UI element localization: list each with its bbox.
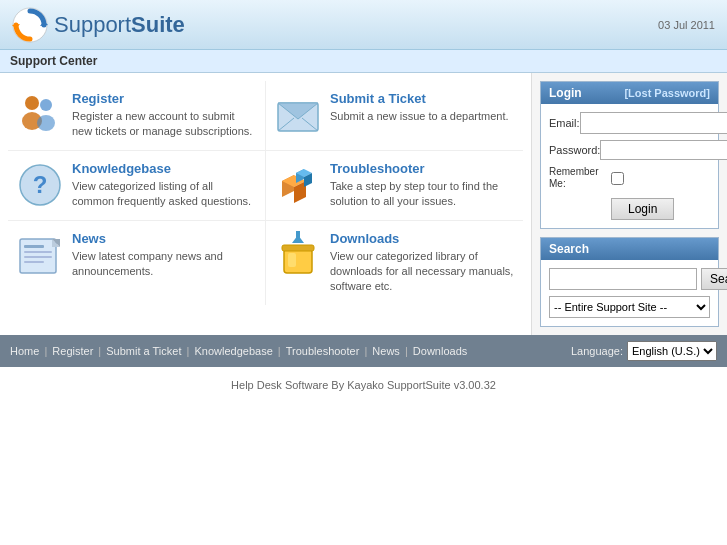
register-content: Register Register a new account to submi… [72, 91, 257, 140]
knowledgebase-icon: ? [16, 161, 64, 209]
svg-rect-21 [24, 251, 52, 253]
footer-link-news[interactable]: News [372, 345, 400, 357]
right-panel: Login [Lost Password] Email: 👤 Password:… [532, 73, 727, 335]
login-button[interactable]: Login [611, 198, 674, 220]
news-item: News View latest company news and announ… [8, 221, 266, 305]
troubleshooter-link[interactable]: Troubleshooter [330, 161, 425, 176]
login-title: Login [549, 86, 582, 100]
search-title: Search [549, 242, 589, 256]
lost-password-link[interactable]: [Lost Password] [624, 87, 710, 99]
svg-point-5 [40, 99, 52, 111]
credit-text: Help Desk Software By Kayako SupportSuit… [0, 367, 727, 403]
email-row: Email: 👤 [549, 112, 710, 134]
downloads-link[interactable]: Downloads [330, 231, 399, 246]
register-link[interactable]: Register [72, 91, 124, 106]
submit-ticket-content: Submit a Ticket Submit a new issue to a … [330, 91, 515, 124]
knowledgebase-content: Knowledgebase View categorized listing o… [72, 161, 257, 210]
date-display: 03 Jul 2011 [658, 19, 715, 31]
footer-nav: Home | Register | Submit a Ticket | Know… [0, 335, 727, 367]
search-input[interactable] [549, 268, 697, 290]
footer-link-home[interactable]: Home [10, 345, 39, 357]
email-label: Email: [549, 117, 580, 129]
email-field-wrapper: 👤 [580, 112, 727, 134]
password-row: Password: [549, 140, 710, 160]
logo-text: SupportSuite [54, 12, 185, 38]
downloads-icon [274, 231, 322, 279]
grid-row-1: Register Register a new account to submi… [8, 81, 523, 151]
troubleshooter-item: Troubleshooter Take a step by step tour … [266, 151, 523, 221]
main-content: Register Register a new account to submi… [0, 73, 727, 335]
register-item: Register Register a new account to submi… [8, 81, 266, 151]
remember-label: Remember Me: [549, 166, 611, 190]
svg-rect-20 [24, 245, 44, 248]
language-label: Language: [571, 345, 623, 357]
footer-link-knowledgebase[interactable]: Knowledgebase [194, 345, 272, 357]
downloads-desc: View our categorized library of download… [330, 249, 515, 295]
svg-rect-28 [288, 253, 296, 267]
news-content: News View latest company news and announ… [72, 231, 257, 280]
submit-ticket-desc: Submit a new issue to a department. [330, 109, 515, 124]
downloads-item: Downloads View our categorized library o… [266, 221, 523, 305]
search-button[interactable]: Search [701, 268, 727, 290]
language-select[interactable]: English (U.S.) [627, 341, 717, 361]
login-header: Login [Lost Password] [541, 82, 718, 104]
footer-link-submit-ticket[interactable]: Submit a Ticket [106, 345, 181, 357]
troubleshooter-icon [274, 161, 322, 209]
search-scope-select[interactable]: -- Entire Support Site -- [549, 296, 710, 318]
login-body: Email: 👤 Password: Remember Me: Login [541, 104, 718, 228]
email-input[interactable] [581, 113, 727, 133]
news-link[interactable]: News [72, 231, 106, 246]
svg-rect-22 [24, 256, 52, 258]
remember-row: Remember Me: [549, 166, 710, 190]
svg-point-3 [25, 96, 39, 110]
search-box: Search Search -- Entire Support Site -- [540, 237, 719, 327]
password-label: Password: [549, 144, 600, 156]
footer-link-register[interactable]: Register [52, 345, 93, 357]
logo-icon [12, 7, 48, 43]
knowledgebase-item: ? Knowledgebase View categorized listing… [8, 151, 266, 221]
left-panel: Register Register a new account to submi… [0, 73, 532, 335]
search-row: Search [549, 268, 710, 290]
app-header: SupportSuite 03 Jul 2011 [0, 0, 727, 50]
svg-point-6 [37, 115, 55, 131]
news-desc: View latest company news and announcemen… [72, 249, 257, 280]
language-selector: Language: English (U.S.) [571, 341, 717, 361]
remember-checkbox[interactable] [611, 172, 624, 185]
logo: SupportSuite [12, 7, 185, 43]
search-header: Search [541, 238, 718, 260]
submit-ticket-link[interactable]: Submit a Ticket [330, 91, 426, 106]
footer-link-troubleshooter[interactable]: Troubleshooter [286, 345, 360, 357]
troubleshooter-content: Troubleshooter Take a step by step tour … [330, 161, 515, 210]
knowledgebase-link[interactable]: Knowledgebase [72, 161, 171, 176]
svg-text:?: ? [33, 171, 48, 198]
svg-rect-30 [296, 231, 300, 241]
register-desc: Register a new account to submit new tic… [72, 109, 257, 140]
svg-rect-27 [282, 245, 314, 251]
submit-ticket-icon [274, 91, 322, 139]
support-center-bar: Support Center [0, 50, 727, 73]
footer-links: Home | Register | Submit a Ticket | Know… [10, 345, 467, 357]
knowledgebase-desc: View categorized listing of all common f… [72, 179, 257, 210]
submit-ticket-item: Submit a Ticket Submit a new issue to a … [266, 81, 523, 151]
search-body: Search -- Entire Support Site -- [541, 260, 718, 326]
troubleshooter-desc: Take a step by step tour to find the sol… [330, 179, 515, 210]
grid-row-3: News View latest company news and announ… [8, 221, 523, 305]
footer-link-downloads[interactable]: Downloads [413, 345, 467, 357]
login-box: Login [Lost Password] Email: 👤 Password:… [540, 81, 719, 229]
register-icon [16, 91, 64, 139]
news-icon [16, 231, 64, 279]
grid-row-2: ? Knowledgebase View categorized listing… [8, 151, 523, 221]
downloads-content: Downloads View our categorized library o… [330, 231, 515, 295]
password-input[interactable] [600, 140, 727, 160]
svg-rect-23 [24, 261, 44, 263]
